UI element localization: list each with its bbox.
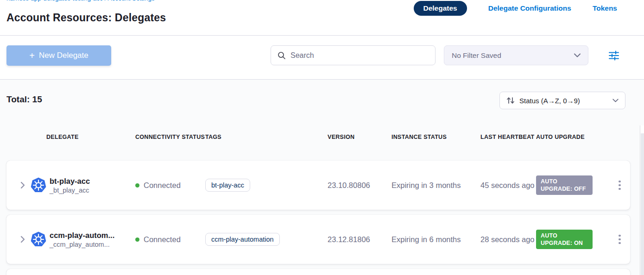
sort-value: Status (A→Z, 0→9) — [519, 97, 608, 105]
tags-cell: ccm-play-automation — [205, 233, 328, 246]
new-delegate-button[interactable]: + New Delegate — [6, 45, 111, 66]
column-header-delegate: DELEGATE — [6, 133, 135, 141]
row-actions-cell — [609, 178, 630, 193]
kubernetes-icon — [31, 177, 46, 193]
page-title: Account Resources: Delegates — [6, 12, 166, 24]
tab-delegate-configurations[interactable]: Delegate Configurations — [488, 4, 571, 12]
total-count-label: Total: 15 — [6, 94, 42, 105]
connected-status-dot — [135, 238, 139, 242]
connectivity-status-cell: Connected — [135, 235, 205, 244]
auto-upgrade-cell: AUTO UPGRADE: ON — [536, 230, 609, 250]
table-row[interactable]: ccm-play-autom... _ccm_play_autom... Con… — [6, 215, 630, 264]
saved-filter-value: No Filter Saved — [452, 51, 574, 60]
tab-bar: Delegates Delegate Configurations Tokens — [414, 1, 618, 16]
tag-chip: bt-play-acc — [205, 179, 250, 192]
connectivity-status-label: Connected — [144, 235, 181, 244]
filter-button[interactable] — [608, 50, 620, 62]
instance-status-cell: Expiring in 6 months — [391, 235, 480, 244]
header-divider — [0, 35, 644, 36]
instance-status-cell: Expiring in 3 months — [391, 181, 480, 190]
breadcrumb-account-link[interactable]: harness-app-delegates-testing-acc — [6, 0, 103, 2]
last-heartbeat-cell: 45 seconds ago — [480, 180, 536, 190]
delegate-name-block: bt-play-acc _bt_play_acc — [50, 177, 90, 194]
tab-tokens[interactable]: Tokens — [593, 4, 617, 12]
column-header-connectivity-status: CONNECTIVITY STATUS — [135, 133, 205, 141]
tag-chip: ccm-play-automation — [205, 233, 280, 246]
column-header-tags: TAGS — [205, 133, 328, 141]
filter-sliders-icon — [608, 50, 620, 62]
column-header-auto-upgrade: AUTO UPGRADE — [536, 133, 609, 141]
vertical-scrollbar[interactable] — [640, 125, 644, 275]
auto-upgrade-badge: AUTO UPGRADE: ON — [536, 230, 593, 250]
delegate-cell: bt-play-acc _bt_play_acc — [6, 177, 135, 194]
connectivity-status-cell: Connected — [135, 181, 205, 190]
version-cell: 23.12.81806 — [328, 235, 391, 244]
column-header-last-heartbeat: LAST HEARTBEAT — [480, 133, 536, 141]
chevron-right-expander-icon[interactable] — [19, 236, 26, 243]
search-box[interactable] — [271, 45, 436, 65]
auto-upgrade-cell: AUTO UPGRADE: OFF — [536, 175, 609, 195]
sort-dropdown[interactable]: Status (A→Z, 0→9) — [499, 92, 625, 109]
vertical-dots-menu-icon[interactable] — [616, 178, 624, 193]
breadcrumb-separator: / — [105, 0, 107, 2]
table-row[interactable] — [6, 269, 630, 275]
kubernetes-icon — [31, 231, 46, 247]
delegate-name-block: ccm-play-autom... _ccm_play_autom... — [50, 231, 114, 248]
chevron-right-expander-icon[interactable] — [19, 181, 26, 189]
last-heartbeat-cell: 28 seconds ago — [480, 234, 536, 244]
column-header-version: VERSION — [328, 133, 391, 141]
new-delegate-button-label: New Delegate — [39, 51, 88, 60]
column-header-instance-status: INSTANCE STATUS — [391, 133, 480, 141]
connectivity-status-label: Connected — [144, 181, 181, 190]
tags-cell: bt-play-acc — [205, 179, 328, 192]
saved-filter-dropdown[interactable]: No Filter Saved — [444, 45, 588, 65]
delegate-name[interactable]: ccm-play-autom... — [50, 231, 114, 240]
breadcrumb: harness-app-delegates-testing-acc / Acco… — [6, 0, 155, 2]
sort-arrows-icon — [506, 97, 515, 104]
chevron-down-icon — [612, 99, 619, 102]
search-icon — [278, 51, 286, 60]
connected-status-dot — [135, 183, 139, 188]
breadcrumb-settings-link[interactable]: Account Settings — [107, 0, 154, 2]
scrollbar-thumb[interactable] — [641, 133, 644, 275]
auto-upgrade-badge: AUTO UPGRADE: OFF — [536, 175, 593, 195]
search-input[interactable] — [290, 51, 429, 60]
row-actions-cell — [609, 232, 630, 247]
plus-icon: + — [29, 51, 35, 60]
delegate-name[interactable]: bt-play-acc — [50, 177, 90, 186]
chevron-down-icon — [574, 53, 581, 57]
vertical-dots-menu-icon[interactable] — [616, 232, 624, 247]
delegate-cell: ccm-play-autom... _ccm_play_autom... — [6, 231, 135, 248]
tab-delegates[interactable]: Delegates — [414, 1, 467, 16]
table-header: DELEGATE CONNECTIVITY STATUS TAGS VERSIO… — [6, 133, 630, 141]
table-row[interactable]: bt-play-acc _bt_play_acc Connected bt-pl… — [6, 161, 630, 210]
version-cell: 23.10.80806 — [328, 181, 391, 190]
delegate-id: _bt_play_acc — [50, 187, 90, 194]
delegate-id: _ccm_play_autom... — [50, 241, 114, 248]
